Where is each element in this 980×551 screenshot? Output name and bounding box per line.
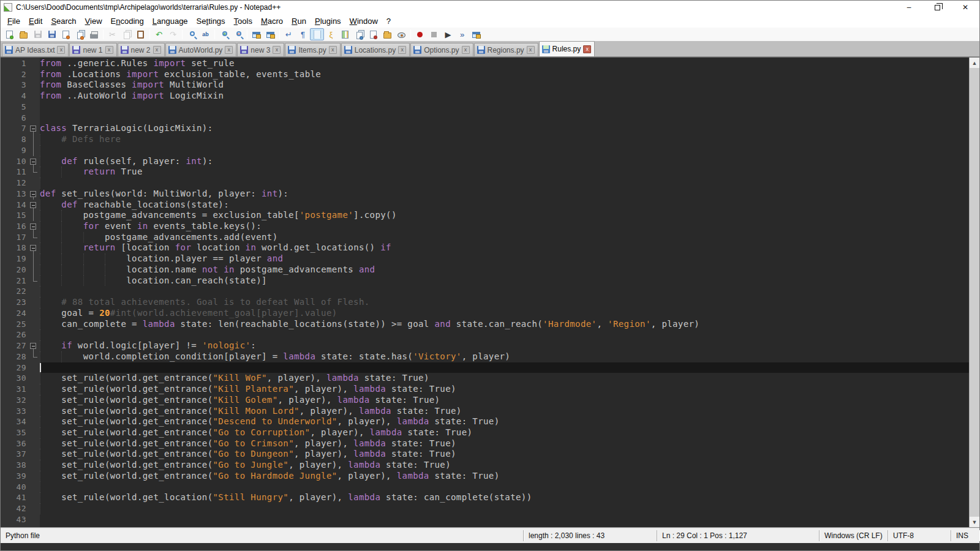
code-line-2[interactable]: 2from .Locations import exclusion_table,… [1, 69, 969, 80]
code-line-36[interactable]: 36 set_rule(world.get_entrance("Go to Cr… [1, 438, 969, 449]
function-completion-icon[interactable]: ξ [324, 28, 338, 40]
tab-close-icon[interactable]: x [329, 46, 337, 54]
menu-item-encoding[interactable]: Encoding [107, 15, 148, 27]
code-line-14[interactable]: 14 def reachable_locations(state): [1, 200, 969, 211]
tab-close-icon[interactable]: x [225, 46, 233, 54]
menu-item-window[interactable]: Window [345, 15, 382, 27]
tab-close-icon[interactable]: x [583, 45, 591, 53]
menu-item-settings[interactable]: Settings [192, 15, 230, 27]
scrollbar-thumb[interactable] [970, 68, 979, 517]
tab-close-icon[interactable]: x [398, 46, 406, 54]
code-line-23[interactable]: 23 # 88 total achievements. Goal is to d… [1, 297, 969, 308]
open-file-icon[interactable] [17, 28, 31, 40]
macro-run-multiple-icon[interactable]: » [455, 28, 469, 40]
code-line-4[interactable]: 4from ..AutoWorld import LogicMixin [1, 91, 969, 102]
code-line-8[interactable]: 8 # Defs here [1, 134, 969, 145]
show-all-characters-icon[interactable]: ¶ [296, 28, 310, 40]
code-line-27[interactable]: 27 if world.logic[player] != 'nologic': [1, 340, 969, 351]
tab-new-1[interactable]: new 1x [69, 43, 116, 56]
code-line-15[interactable]: 15 postgame_advancements = exclusion_tab… [1, 210, 969, 221]
close-icon[interactable] [59, 28, 73, 40]
macro-play-icon[interactable]: ▶ [441, 28, 455, 40]
code-line-37[interactable]: 37 set_rule(world.get_entrance("Go to Du… [1, 449, 969, 460]
zoom-out-icon[interactable]: − [231, 28, 245, 40]
code-line-28[interactable]: 28 world.completion_condition[player] = … [1, 351, 969, 362]
tab-ap-ideas-txt[interactable]: AP Ideas.txtx [2, 43, 69, 56]
show-indent-guide-icon[interactable] [310, 28, 324, 40]
tab-close-icon[interactable]: x [527, 46, 535, 54]
code-line-12[interactable]: 12 [1, 178, 969, 189]
code-line-18[interactable]: 18 return [location for location in worl… [1, 242, 969, 253]
code-line-6[interactable]: 6 [1, 113, 969, 124]
menu-item-file[interactable]: File [3, 15, 24, 27]
code-line-43[interactable]: 43 [1, 514, 969, 525]
sync-horizontal-scroll-icon[interactable] [263, 28, 277, 40]
tab-items-py[interactable]: Items.pyx [285, 43, 340, 56]
code-line-25[interactable]: 25 can_complete = lambda state: len(reac… [1, 319, 969, 330]
minimize-button[interactable]: – [895, 1, 923, 14]
paste-icon[interactable] [134, 28, 148, 40]
fold-collapse-icon[interactable] [28, 123, 40, 134]
code-line-26[interactable]: 26 [1, 329, 969, 340]
fold-collapse-icon[interactable] [28, 340, 40, 351]
code-line-32[interactable]: 32 set_rule(world.get_entrance("Kill Gol… [1, 395, 969, 406]
menu-item-macro[interactable]: Macro [257, 15, 287, 27]
undo-icon[interactable]: ↶ [152, 28, 166, 40]
tab-close-icon[interactable]: x [153, 46, 161, 54]
fold-collapse-icon[interactable] [28, 242, 40, 253]
code-line-20[interactable]: 20 location.name not in postgame_advance… [1, 264, 969, 276]
fold-collapse-icon[interactable] [28, 156, 40, 167]
code-editor[interactable]: 1from ..generic.Rules import set_rule2fr… [1, 57, 979, 527]
code-line-40[interactable]: 40 [1, 482, 969, 493]
fold-collapse-icon[interactable] [28, 221, 40, 232]
code-line-41[interactable]: 41 set_rule(world.get_location("Still Hu… [1, 492, 969, 503]
code-line-35[interactable]: 35 set_rule(world.get_entrance("Go to Co… [1, 427, 969, 438]
fold-collapse-icon[interactable] [28, 189, 40, 200]
code-line-16[interactable]: 16 for event in events_table.keys(): [1, 221, 969, 232]
code-line-34[interactable]: 34 set_rule(world.get_entrance("Descend … [1, 416, 969, 427]
code-line-17[interactable]: 17 postgame_advancements.add(event) [1, 232, 969, 243]
code-line-42[interactable]: 42 [1, 503, 969, 514]
tab-new-3[interactable]: new 3x [237, 43, 284, 56]
folder-as-workspace-icon[interactable] [380, 28, 394, 40]
save-all-icon[interactable] [45, 28, 59, 40]
tab-autoworld-py[interactable]: AutoWorld.pyx [165, 43, 237, 56]
restore-button[interactable] [923, 1, 951, 14]
menu-item-edit[interactable]: Edit [24, 15, 47, 27]
zoom-in-icon[interactable]: + [217, 28, 231, 40]
close-button[interactable]: ✕ [951, 1, 979, 14]
menu-item-[interactable]: ? [382, 15, 395, 27]
find-icon[interactable] [184, 28, 198, 40]
menu-item-plugins[interactable]: Plugins [311, 15, 345, 27]
document-map-icon[interactable] [338, 28, 352, 40]
menu-item-language[interactable]: Language [148, 15, 192, 27]
scroll-down-button[interactable]: ▼ [970, 517, 979, 527]
new-file-icon[interactable] [2, 28, 17, 40]
macro-record-icon[interactable] [413, 28, 427, 40]
macro-save-icon[interactable] [469, 28, 483, 40]
menu-item-view[interactable]: View [81, 15, 107, 27]
tab-regions-py[interactable]: Regions.pyx [474, 43, 538, 56]
code-line-19[interactable]: 19 location.player == player and [1, 253, 969, 264]
tab-close-icon[interactable]: x [462, 46, 470, 54]
code-line-39[interactable]: 39 set_rule(world.get_entrance("Go to Ha… [1, 471, 969, 482]
document-switcher-icon[interactable] [352, 28, 366, 40]
code-line-9[interactable]: 9 [1, 145, 969, 156]
menu-item-run[interactable]: Run [287, 15, 311, 27]
sync-vertical-scroll-icon[interactable] [249, 28, 263, 40]
code-line-33[interactable]: 33 set_rule(world.get_entrance("Kill Moo… [1, 406, 969, 417]
code-line-11[interactable]: 11 return True [1, 167, 969, 178]
tab-close-icon[interactable]: x [273, 46, 281, 54]
edit-marker-icon[interactable] [366, 28, 380, 40]
tab-locations-py[interactable]: Locations.pyx [341, 43, 410, 56]
file-monitoring-icon[interactable] [394, 28, 409, 40]
tab-close-icon[interactable]: x [105, 46, 113, 54]
status-encoding[interactable]: UTF-8 [888, 530, 951, 541]
code-line-31[interactable]: 31 set_rule(world.get_entrance("Kill Pla… [1, 384, 969, 395]
code-line-30[interactable]: 30 set_rule(world.get_entrance("Kill WoF… [1, 373, 969, 384]
close-all-icon[interactable] [73, 28, 87, 40]
tab-new-2[interactable]: new 2x [118, 43, 165, 56]
replace-icon[interactable]: ab [198, 28, 213, 40]
word-wrap-icon[interactable]: ↵ [282, 28, 296, 40]
vertical-scrollbar[interactable]: ▲ ▼ [969, 58, 979, 527]
